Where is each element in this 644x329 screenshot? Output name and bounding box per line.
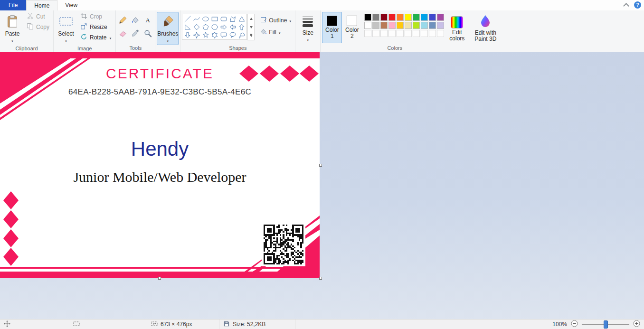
shape-cloud-callout[interactable]: [237, 31, 246, 39]
palette-empty-slot[interactable]: [397, 30, 404, 37]
shape-right-arrow[interactable]: [219, 23, 228, 31]
shape-left-arrow[interactable]: [228, 23, 237, 31]
shape-pentagon[interactable]: [201, 23, 210, 31]
edit-with-paint3d-button[interactable]: Edit with Paint 3D: [471, 12, 500, 44]
shapes-scroll-down-icon[interactable]: [248, 23, 254, 31]
palette-color-18[interactable]: [429, 22, 436, 29]
shapes-scroll-up-icon[interactable]: [248, 14, 254, 23]
palette-color-17[interactable]: [421, 22, 428, 29]
palette-color-16[interactable]: [413, 22, 420, 29]
shape-rounded-callout[interactable]: [219, 31, 228, 39]
help-icon[interactable]: ?: [634, 1, 641, 9]
magnifier-tool-button[interactable]: [142, 28, 153, 39]
palette-empty-slot[interactable]: [380, 30, 388, 37]
resize-handle-bottom[interactable]: [158, 277, 161, 280]
shape-oval[interactable]: [201, 15, 210, 23]
zoom-slider-thumb[interactable]: [604, 320, 608, 329]
shape-rectangle[interactable]: [210, 15, 219, 23]
outline-button[interactable]: Outline: [258, 15, 294, 26]
rotate-label: Rotate: [90, 34, 106, 41]
tab-file[interactable]: File: [0, 0, 26, 10]
palette-color-9[interactable]: [437, 14, 444, 21]
shape-five-point-star[interactable]: [201, 31, 210, 39]
palette-color-4[interactable]: [397, 14, 404, 21]
shape-curve[interactable]: [192, 15, 201, 23]
palette-color-1[interactable]: [372, 14, 379, 21]
cut-button[interactable]: Cut: [24, 11, 52, 22]
edit-colors-button[interactable]: Edit colors: [446, 12, 467, 43]
palette-empty-slot[interactable]: [437, 30, 444, 37]
shape-right-triangle[interactable]: [183, 23, 192, 31]
palette-color-2[interactable]: [380, 14, 388, 21]
select-button[interactable]: Select: [55, 12, 77, 45]
pencil-tool-button[interactable]: [117, 14, 129, 26]
palette-color-14[interactable]: [397, 22, 404, 29]
palette-empty-slot[interactable]: [405, 30, 412, 37]
zoom-in-button[interactable]: [633, 320, 640, 329]
palette-empty-slot[interactable]: [372, 30, 379, 37]
color-palette: [364, 13, 445, 38]
tab-home[interactable]: Home: [26, 0, 57, 10]
palette-empty-slot[interactable]: [413, 30, 420, 37]
shape-hexagon[interactable]: [210, 23, 219, 31]
paste-button[interactable]: Paste: [1, 12, 23, 45]
tab-view[interactable]: View: [57, 0, 85, 10]
shape-up-arrow[interactable]: [237, 23, 246, 31]
canvas-area[interactable]: CERTIFICATE 64EA-B228-5AAB-791A-9E32-C3B…: [0, 52, 644, 319]
resize-button[interactable]: Resize: [78, 22, 114, 32]
crop-button[interactable]: Crop: [78, 11, 114, 22]
dropdown-arrow-icon: [11, 37, 14, 44]
edit-colors-label: Edit colors: [448, 29, 466, 42]
rotate-button[interactable]: Rotate: [78, 32, 114, 43]
shape-rounded-rectangle[interactable]: [219, 15, 228, 23]
size-button[interactable]: Size: [297, 12, 319, 44]
size-label: Size: [303, 30, 313, 36]
palette-color-0[interactable]: [364, 14, 371, 21]
resize-handle-right[interactable]: [319, 164, 322, 167]
palette-color-10[interactable]: [364, 22, 371, 29]
file-size-icon: [223, 320, 230, 329]
selection-size-icon: [73, 320, 80, 329]
resize-handle-corner[interactable]: [319, 277, 322, 280]
zoom-out-button[interactable]: [571, 320, 578, 329]
shape-four-point-star[interactable]: [192, 31, 201, 39]
shapes-more-icon[interactable]: [248, 31, 254, 40]
color2-button[interactable]: Color 2: [342, 12, 362, 43]
fill-color-tool-button[interactable]: [130, 14, 141, 26]
text-tool-button[interactable]: A: [142, 14, 153, 26]
color-picker-tool-button[interactable]: [130, 28, 141, 39]
brush-icon: [161, 14, 175, 30]
zoom-slider[interactable]: [582, 324, 629, 325]
palette-color-15[interactable]: [405, 22, 412, 29]
certificate-image[interactable]: CERTIFICATE 64EA-B228-5AAB-791A-9E32-C3B…: [0, 52, 320, 278]
palette-empty-slot[interactable]: [421, 30, 428, 37]
palette-color-19[interactable]: [437, 22, 444, 29]
brushes-button[interactable]: Brushes: [157, 12, 179, 45]
collapse-ribbon-icon[interactable]: [623, 3, 629, 9]
paint3d-group-label: [471, 45, 500, 52]
copy-button[interactable]: Copy: [24, 22, 52, 32]
color1-button[interactable]: Color 1: [322, 12, 342, 43]
shape-line[interactable]: [183, 15, 192, 23]
palette-empty-slot[interactable]: [388, 30, 396, 37]
shape-six-point-star[interactable]: [210, 31, 219, 39]
palette-color-6[interactable]: [413, 14, 420, 21]
palette-color-12[interactable]: [380, 22, 388, 29]
palette-empty-slot[interactable]: [429, 30, 436, 37]
shape-oval-callout[interactable]: [228, 31, 237, 39]
shape-down-arrow[interactable]: [183, 31, 192, 39]
shape-triangle[interactable]: [237, 15, 246, 23]
palette-color-13[interactable]: [388, 22, 396, 29]
eraser-tool-button[interactable]: [117, 28, 129, 39]
fill-button[interactable]: Fill: [258, 27, 294, 38]
fill-icon: [260, 28, 267, 37]
palette-color-3[interactable]: [388, 14, 396, 21]
palette-color-5[interactable]: [405, 14, 412, 21]
shape-diamond[interactable]: [192, 23, 201, 31]
shape-polygon[interactable]: [228, 15, 237, 23]
palette-empty-slot[interactable]: [364, 30, 371, 37]
palette-color-11[interactable]: [372, 22, 379, 29]
palette-color-8[interactable]: [429, 14, 436, 21]
color2-swatch: [347, 16, 357, 26]
palette-color-7[interactable]: [421, 14, 428, 21]
